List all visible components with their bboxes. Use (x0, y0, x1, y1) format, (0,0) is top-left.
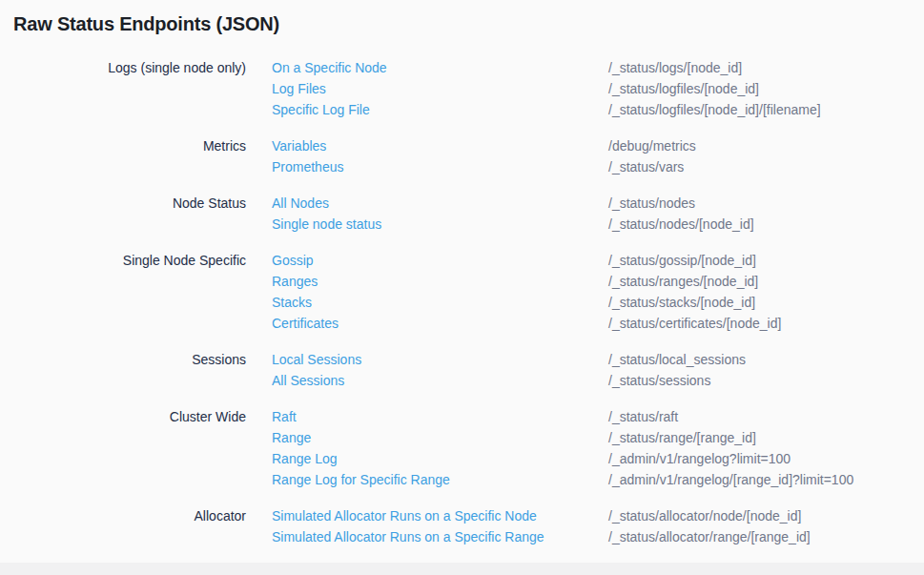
endpoint-path: /_status/logfiles/[node_id] (608, 78, 759, 99)
endpoint-link[interactable]: Ranges (272, 271, 318, 292)
paths-column: /_status/allocator/node/[node_id]/_statu… (608, 505, 924, 547)
endpoint-path: /_status/gossip/[node_id] (608, 250, 756, 271)
category-label: Node Status (0, 193, 246, 235)
endpoint-path: /_status/allocator/range/[range_id] (608, 526, 811, 547)
links-column: On a Specific NodeLog FilesSpecific Log … (272, 57, 583, 120)
endpoint-link[interactable]: Raft (272, 406, 297, 427)
endpoint-link[interactable]: Log Files (272, 78, 326, 99)
endpoint-link[interactable]: On a Specific Node (272, 57, 387, 78)
endpoint-link[interactable]: Range Log for Specific Range (272, 469, 450, 490)
endpoint-link[interactable]: All Sessions (272, 370, 344, 391)
endpoint-path: /_status/range/[range_id] (608, 427, 756, 448)
paths-column: /_status/logs/[node_id]/_status/logfiles… (608, 57, 924, 120)
endpoint-link[interactable]: Certificates (272, 313, 339, 334)
endpoint-link[interactable]: Prometheus (272, 156, 343, 177)
paths-column: /_status/gossip/[node_id]/_status/ranges… (608, 250, 924, 334)
endpoint-group: Single Node SpecificGossipRangesStacksCe… (0, 250, 924, 334)
paths-column: /_status/nodes/_status/nodes/[node_id] (608, 193, 924, 235)
links-column: Simulated Allocator Runs on a Specific N… (272, 505, 583, 547)
endpoint-link[interactable]: Stacks (272, 292, 312, 313)
category-label: Single Node Specific (0, 250, 246, 334)
endpoint-group: MetricsVariablesPrometheus/debug/metrics… (0, 135, 924, 177)
endpoint-link[interactable]: All Nodes (272, 193, 329, 214)
endpoint-path: /_admin/v1/rangelog?limit=100 (608, 448, 791, 469)
endpoint-path: /_status/nodes (608, 193, 695, 214)
endpoint-link[interactable]: Simulated Allocator Runs on a Specific N… (272, 505, 537, 526)
links-column: Local SessionsAll Sessions (272, 349, 583, 391)
endpoint-link[interactable]: Range Log (272, 448, 338, 469)
links-column: All NodesSingle node status (272, 193, 583, 235)
paths-column: /debug/metrics/_status/vars (608, 135, 924, 177)
endpoint-path: /_status/vars (608, 156, 684, 177)
debug-endpoints-page: Raw Status Endpoints (JSON) Logs (single… (0, 0, 924, 575)
category-label: Logs (single node only) (0, 57, 246, 120)
links-column: RaftRangeRange LogRange Log for Specific… (272, 406, 583, 490)
endpoint-groups: Logs (single node only)On a Specific Nod… (0, 57, 924, 547)
endpoint-link[interactable]: Range (272, 427, 311, 448)
endpoint-link[interactable]: Specific Log File (272, 99, 370, 120)
endpoint-group: Cluster WideRaftRangeRange LogRange Log … (0, 406, 924, 490)
links-column: GossipRangesStacksCertificates (272, 250, 583, 334)
category-label: Sessions (0, 349, 246, 391)
endpoint-path: /_status/nodes/[node_id] (608, 214, 754, 235)
endpoint-path: /debug/metrics (608, 135, 696, 156)
category-label: Metrics (0, 135, 246, 177)
endpoint-link[interactable]: Single node status (272, 214, 381, 235)
category-label: Allocator (0, 505, 246, 547)
paths-column: /_status/raft/_status/range/[range_id]/_… (608, 406, 924, 490)
endpoint-link[interactable]: Variables (272, 135, 326, 156)
paths-column: /_status/local_sessions/_status/sessions (608, 349, 924, 391)
endpoint-path: /_status/ranges/[node_id] (608, 271, 758, 292)
endpoint-path: /_admin/v1/rangelog/[range_id]?limit=100 (608, 469, 853, 490)
endpoint-group: Logs (single node only)On a Specific Nod… (0, 57, 924, 120)
endpoint-path: /_status/logs/[node_id] (608, 57, 742, 78)
endpoint-group: AllocatorSimulated Allocator Runs on a S… (0, 505, 924, 547)
endpoint-link[interactable]: Gossip (272, 250, 314, 271)
category-label: Cluster Wide (0, 406, 246, 490)
endpoint-path: /_status/stacks/[node_id] (608, 292, 755, 313)
endpoint-path: /_status/logfiles/[node_id]/[filename] (608, 99, 821, 120)
page-title: Raw Status Endpoints (JSON) (0, 0, 924, 35)
endpoint-path: /_status/sessions (608, 370, 710, 391)
endpoint-path: /_status/certificates/[node_id] (608, 313, 781, 334)
endpoint-path: /_status/local_sessions (608, 349, 746, 370)
endpoint-link[interactable]: Local Sessions (272, 349, 361, 370)
endpoint-link[interactable]: Simulated Allocator Runs on a Specific R… (272, 526, 544, 547)
endpoint-group: SessionsLocal SessionsAll Sessions/_stat… (0, 349, 924, 391)
endpoint-group: Node StatusAll NodesSingle node status/_… (0, 193, 924, 235)
endpoint-path: /_status/allocator/node/[node_id] (608, 505, 801, 526)
links-column: VariablesPrometheus (272, 135, 583, 177)
footer-strip (0, 563, 924, 575)
endpoint-path: /_status/raft (608, 406, 678, 427)
